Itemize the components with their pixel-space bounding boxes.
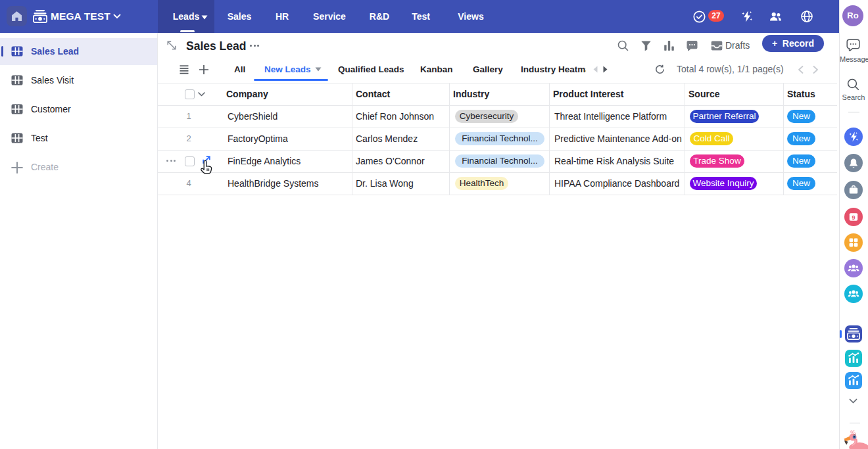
- svg-text:9: 9: [852, 214, 855, 221]
